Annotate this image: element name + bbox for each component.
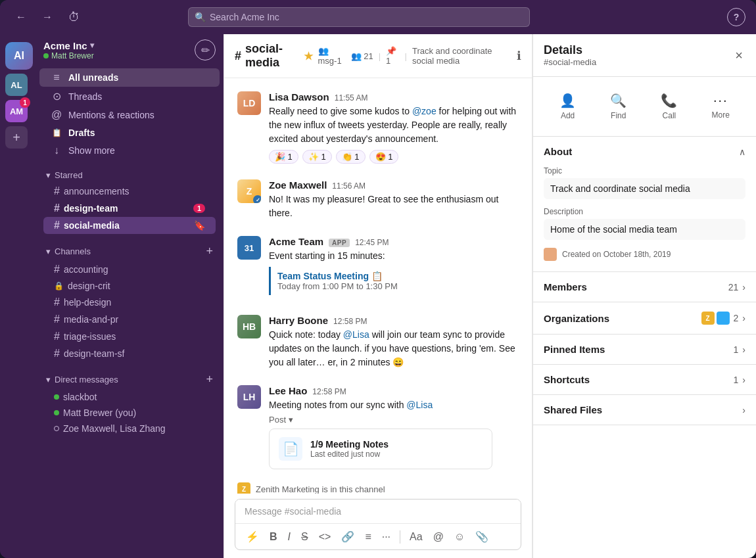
members-section-header[interactable]: Members 21 ›	[533, 272, 756, 302]
reaction-heart-eyes[interactable]: 😍 1	[369, 150, 399, 164]
info-button[interactable]: ℹ	[517, 49, 521, 63]
dm-slackbot[interactable]: slackbot	[43, 389, 216, 405]
channels-section-header[interactable]: ▾ Channels +	[39, 242, 220, 261]
search-input[interactable]	[188, 7, 530, 27]
msg-text-harry: Quick note: today @Lisa will join our te…	[269, 328, 519, 369]
toolbar-more-formatting[interactable]: ···	[378, 528, 394, 546]
find-icon: 🔍	[610, 93, 626, 108]
channel-help-design[interactable]: # help-design	[43, 294, 216, 311]
star-icon[interactable]: ★	[304, 50, 313, 62]
action-call[interactable]: 📞 Call	[653, 87, 685, 126]
shortcuts-title: Shortcuts	[544, 374, 734, 385]
channel-design-crit[interactable]: 🔒 design-crit	[43, 278, 216, 294]
dm-zoe-lisa[interactable]: Zoe Maxwell, Lisa Zhang	[43, 421, 216, 436]
mention-zoe[interactable]: @zoe	[412, 106, 437, 116]
toolbar-attach[interactable]: 📎	[471, 528, 492, 546]
workspace-name[interactable]: Acme Inc ▾	[43, 40, 188, 51]
add-member-icon: 👤	[559, 93, 576, 108]
nav-show-more[interactable]: ↓ Show more	[39, 141, 220, 160]
action-more[interactable]: ··· More	[704, 87, 738, 126]
add-dm-icon[interactable]: +	[206, 373, 213, 386]
channel-announcements[interactable]: # announcements	[43, 183, 216, 200]
mention-lisa-harry[interactable]: @Lisa	[343, 329, 369, 340]
add-workspace-button[interactable]: +	[5, 126, 28, 149]
toolbar-code[interactable]: <>	[315, 528, 335, 546]
shortcuts-count: 1	[734, 375, 739, 385]
avatar-acme: 31	[237, 236, 261, 260]
toolbar-list[interactable]: ≡	[361, 528, 375, 546]
workspace-user: Matt Brewer	[43, 51, 188, 60]
forward-button[interactable]: →	[37, 9, 58, 26]
file-card[interactable]: 📄 1/9 Meeting Notes Last edited just now	[269, 429, 492, 469]
toolbar-strikethrough[interactable]: S	[297, 528, 312, 546]
details-close-button[interactable]: ×	[732, 45, 745, 66]
msg-text-zoe: No! It was my pleasure! Great to see the…	[269, 193, 519, 220]
channel-design-team[interactable]: # design-team 1	[43, 200, 216, 217]
topic-label: Topic	[544, 166, 745, 175]
reaction-party[interactable]: 🎉 1	[269, 150, 298, 164]
nav-mentions[interactable]: @ Mentions & reactions	[39, 106, 220, 124]
about-section-header[interactable]: About ∧	[533, 137, 756, 166]
channel-design-team-sf[interactable]: # design-team-sf	[43, 345, 216, 362]
all-unreads-icon: ≡	[50, 72, 63, 83]
reaction-sparkle[interactable]: ✨ 1	[302, 150, 332, 164]
help-button[interactable]: ?	[727, 8, 745, 26]
description-value[interactable]: Home of the social media team	[544, 219, 745, 240]
avatar-al[interactable]: AL	[5, 74, 28, 96]
channel-social-media[interactable]: # social-media 🔖	[43, 217, 216, 234]
avatar-zoe: Z ✓	[237, 179, 261, 203]
toolbar-mention[interactable]: @	[429, 528, 448, 546]
back-button[interactable]: ←	[11, 9, 32, 26]
workspace-header: Acme Inc ▾ Matt Brewer ✏	[35, 34, 224, 66]
details-title-block: Details #social-media	[544, 43, 732, 67]
toolbar-bold[interactable]: B	[266, 528, 281, 546]
organizations-section-header[interactable]: Organizations Z 2 ›	[533, 302, 756, 334]
post-action[interactable]: Post ▾	[269, 415, 519, 425]
bookmark-icon: 🔖	[194, 220, 205, 231]
quote-block: Team Status Meeting 📋 Today from 1:00 PM…	[269, 267, 519, 295]
nav-buttons: ← → ⏱	[11, 8, 85, 27]
dm-section-header[interactable]: ▾ Direct messages +	[39, 370, 220, 389]
channel-media-and-pr[interactable]: # media-and-pr	[43, 311, 216, 328]
pinned-section-header[interactable]: Pinned Items 1 ›	[533, 335, 756, 364]
dm-matt[interactable]: Matt Brewer (you)	[43, 405, 216, 421]
shared-files-chevron-icon: ›	[742, 405, 745, 415]
msg-time-lee: 12:58 PM	[312, 387, 346, 396]
nav-drafts[interactable]: 📋 Drafts	[39, 124, 220, 141]
history-button[interactable]: ⏱	[63, 8, 85, 27]
toolbar-lightning[interactable]: ⚡	[242, 528, 263, 546]
quote-title[interactable]: Team Status Meeting 📋	[277, 271, 512, 281]
channel-triage-issues[interactable]: # triage-issues	[43, 328, 216, 345]
mention-lisa-lee[interactable]: @Lisa	[406, 400, 433, 410]
channel-accounting[interactable]: # accounting	[43, 261, 216, 278]
toolbar-emoji[interactable]: ☺	[450, 528, 469, 546]
shared-files-section-header[interactable]: Shared Files ›	[533, 395, 756, 425]
action-find[interactable]: 🔍 Find	[602, 87, 634, 126]
msg-time-lisa: 11:55 AM	[335, 93, 368, 103]
mentions-icon: @	[50, 109, 63, 121]
starred-collapse-icon: ▾	[46, 170, 51, 180]
sidebar: AI AL AM 1 + Acme Inc ▾	[0, 34, 224, 558]
toolbar-text-style[interactable]: Aa	[406, 528, 427, 546]
workspace-avatar[interactable]: AI	[5, 42, 33, 70]
message-input[interactable]	[235, 500, 521, 523]
message-lee: LH Lee Hao 12:58 PM Meeting notes from o…	[235, 383, 521, 472]
about-chevron-icon: ∧	[739, 147, 745, 157]
nav-all-unreads[interactable]: ≡ All unreads	[39, 68, 220, 87]
description-field: Description Home of the social media tea…	[544, 207, 745, 240]
starred-section-header[interactable]: ▾ Starred	[39, 168, 220, 183]
nav-threads[interactable]: ⊙ Threads	[39, 87, 220, 106]
action-add[interactable]: 👤 Add	[552, 87, 584, 126]
message-acme: 31 Acme Team APP 12:45 PM Event starting…	[235, 233, 521, 302]
topic-field: Topic Track and coordinate social media	[544, 166, 745, 199]
topic-value[interactable]: Track and coordinate social media	[544, 178, 745, 199]
reaction-clap[interactable]: 👏 1	[336, 150, 366, 164]
avatar-am[interactable]: AM 1	[5, 100, 28, 122]
add-channel-icon[interactable]: +	[206, 244, 213, 258]
dm-online-dot-matt	[54, 410, 59, 415]
compose-button[interactable]: ✏	[195, 39, 216, 60]
msg-name-acme: Acme Team	[269, 236, 323, 247]
toolbar-link[interactable]: 🔗	[337, 528, 358, 546]
shortcuts-section-header[interactable]: Shortcuts 1 ›	[533, 365, 756, 394]
toolbar-italic[interactable]: I	[284, 528, 295, 546]
